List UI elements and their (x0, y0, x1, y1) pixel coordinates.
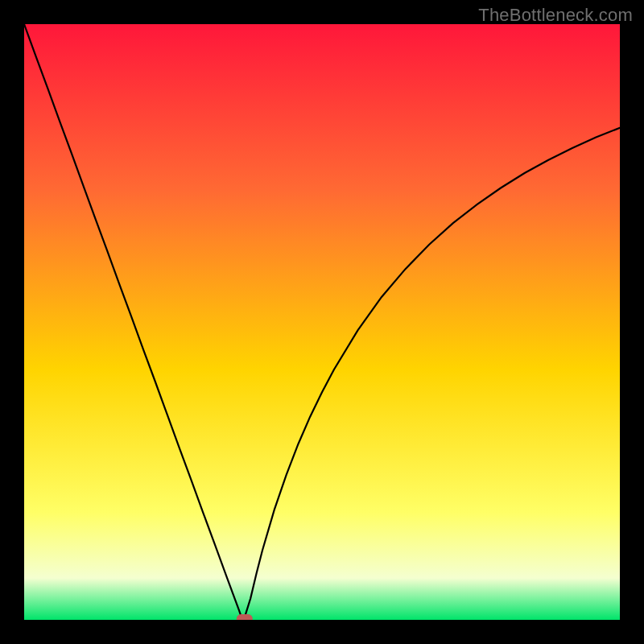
gradient-background (24, 24, 620, 620)
chart-svg (24, 24, 620, 620)
plot-area (24, 24, 620, 620)
chart-frame: TheBottleneck.com (0, 0, 644, 644)
watermark-text: TheBottleneck.com (478, 5, 633, 26)
optimal-point-marker (237, 614, 253, 620)
